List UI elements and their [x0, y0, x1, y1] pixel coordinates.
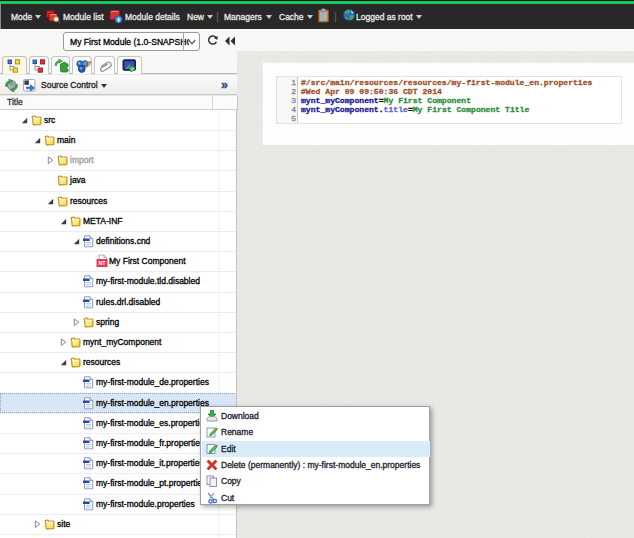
svg-text:NT: NT — [98, 260, 106, 266]
svg-text:i: i — [118, 16, 120, 23]
